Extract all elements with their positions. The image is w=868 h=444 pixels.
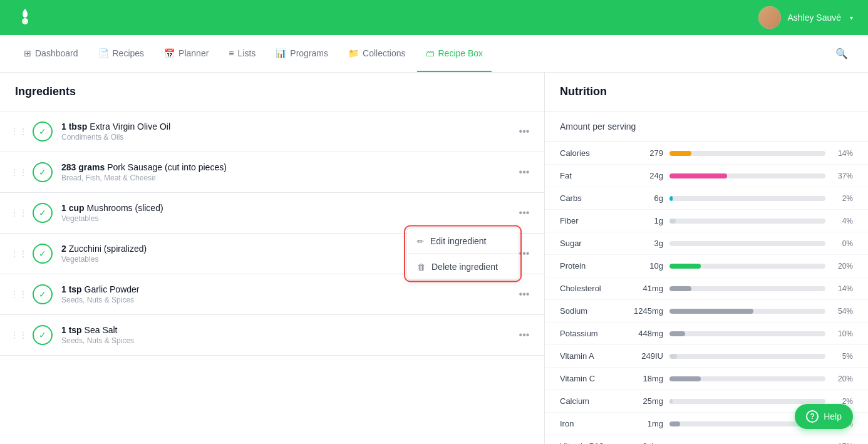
nutrition-bar-container: 17% — [669, 442, 853, 445]
more-options-button[interactable]: ••• — [514, 284, 534, 304]
nutrition-value: 0.4μg — [629, 441, 663, 444]
nav-label-dashboard: Dashboard — [35, 48, 78, 58]
delete-ingredient-label: Delete ingredient — [431, 262, 498, 272]
more-options-button[interactable]: ••• — [514, 121, 534, 142]
nutrition-label: Calcium — [560, 396, 629, 406]
nutrition-label: Sodium — [560, 306, 629, 316]
nutrition-label: Vitamin B12 — [560, 441, 629, 444]
bar-fill — [669, 173, 727, 178]
nav-item-collections[interactable]: 📁 Collections — [339, 35, 414, 72]
nutrition-percent: 0% — [830, 239, 853, 248]
drag-handle-icon[interactable]: ⋮⋮ — [5, 167, 33, 177]
check-circle[interactable]: ✓ — [33, 121, 53, 142]
nav-item-recipe-box[interactable]: 🗃 Recipe Box — [417, 35, 492, 72]
nav-item-recipes[interactable]: 📄 Recipes — [90, 35, 153, 72]
nutrition-row: Vitamin C 18mg 20% — [545, 368, 868, 390]
more-options-button[interactable]: ••• — [514, 203, 534, 223]
drag-handle-icon[interactable]: ⋮⋮ — [5, 289, 33, 299]
search-icon[interactable]: 🔍 — [830, 43, 853, 65]
bar-fill — [669, 219, 676, 224]
bar-fill — [669, 331, 685, 336]
ingredient-text: Pork Sausage (cut into pieces) — [107, 162, 227, 172]
nutrition-value: 41mg — [629, 284, 663, 293]
nutrition-row: Vitamin A 249IU 5% — [545, 345, 868, 368]
ingredient-name: 1 tbsp Extra Virgin Olive Oil — [61, 121, 514, 132]
nutrition-bar-container: 14% — [669, 149, 853, 158]
help-label: Help — [824, 411, 842, 421]
nutrition-value: 25mg — [629, 396, 663, 406]
ingredient-text: Mushrooms (sliced) — [86, 203, 163, 213]
ingredient-row: ⋮⋮ ✓ 1 tsp Sea Salt Seeds, Nuts & Spices… — [0, 315, 544, 356]
nutrition-value: 24g — [629, 171, 663, 180]
nutrition-percent: 4% — [830, 217, 853, 225]
ingredient-amount: 1 cup — [61, 203, 85, 213]
main-content: Ingredients ⋮⋮ ✓ 1 tbsp Extra Virgin Oli… — [0, 73, 868, 444]
edit-ingredient-label: Edit ingredient — [430, 236, 487, 246]
drag-handle-icon[interactable]: ⋮⋮ — [5, 330, 33, 340]
nav-bar: ⊞ Dashboard 📄 Recipes 📅 Planner ≡ Lists … — [0, 35, 868, 73]
bar-fill — [669, 421, 680, 426]
delete-ingredient-button[interactable]: 🗑 Delete ingredient — [407, 254, 519, 279]
check-circle[interactable]: ✓ — [33, 325, 53, 345]
bar-track — [669, 264, 825, 269]
bar-fill — [669, 399, 673, 404]
amount-per-serving: Amount per serving — [545, 111, 868, 142]
nutrition-value: 1g — [629, 216, 663, 225]
ingredient-category: Seeds, Nuts & Spices — [61, 296, 514, 304]
drag-handle-icon[interactable]: ⋮⋮ — [5, 126, 33, 137]
nutrition-row: Calories 279 14% — [545, 142, 868, 165]
nutrition-bar-container: 20% — [669, 374, 853, 383]
more-options-button[interactable]: ••• — [514, 162, 534, 182]
help-icon: ? — [806, 410, 819, 423]
nutrition-percent: 5% — [830, 352, 853, 361]
nutrition-bar-container: 5% — [669, 352, 853, 361]
nutrition-value: 18mg — [629, 374, 663, 383]
nutrition-bar-container: 0% — [669, 239, 853, 248]
nutrition-bar-container: 37% — [669, 172, 853, 180]
ingredient-amount: 1 tsp — [61, 284, 82, 294]
check-circle[interactable]: ✓ — [33, 244, 53, 264]
ingredient-category: Seeds, Nuts & Spices — [61, 336, 514, 345]
ingredient-text: Zucchini (spiralized) — [69, 244, 147, 254]
nutrition-value: 1mg — [629, 419, 663, 428]
user-menu[interactable]: Ashley Sauvé ▾ — [758, 6, 853, 29]
nutrition-label: Sugar — [560, 239, 629, 248]
check-circle[interactable]: ✓ — [33, 284, 53, 304]
ingredient-category: Vegetables — [61, 214, 514, 223]
check-circle[interactable]: ✓ — [33, 203, 53, 223]
check-circle[interactable]: ✓ — [33, 162, 53, 182]
recipes-icon: 📄 — [98, 48, 109, 58]
help-button[interactable]: ? Help — [795, 404, 853, 429]
dashboard-icon: ⊞ — [24, 48, 31, 58]
bar-fill — [669, 309, 753, 314]
nutrition-row: Fat 24g 37% — [545, 165, 868, 187]
bar-track — [669, 196, 825, 201]
nutrition-value: 10g — [629, 261, 663, 271]
ingredient-amount: 1 tbsp — [61, 121, 87, 132]
delete-icon: 🗑 — [417, 262, 425, 271]
edit-ingredient-button[interactable]: ✏ Edit ingredient — [407, 229, 519, 254]
ingredient-category: Bread, Fish, Meat & Cheese — [61, 173, 514, 182]
nutrition-value: 249IU — [629, 351, 663, 361]
nav-label-recipe-box: Recipe Box — [438, 48, 483, 58]
nutrition-header: Nutrition — [545, 73, 868, 111]
logo-icon — [15, 8, 35, 28]
drag-handle-icon[interactable]: ⋮⋮ — [5, 208, 33, 218]
nav-item-programs[interactable]: 📊 Programs — [267, 35, 337, 72]
nutrition-label: Cholesterol — [560, 284, 629, 293]
nutrition-value: 3g — [629, 239, 663, 248]
more-options-button[interactable]: ••• — [514, 325, 534, 345]
nutrition-row: Fiber 1g 4% — [545, 210, 868, 232]
edit-icon: ✏ — [417, 236, 424, 245]
ingredient-row: ⋮⋮ ✓ 283 grams Pork Sausage (cut into pi… — [0, 152, 544, 193]
nav-item-dashboard[interactable]: ⊞ Dashboard — [15, 35, 87, 72]
nutrition-value: 1245mg — [629, 306, 663, 316]
ingredient-text: Extra Virgin Olive Oil — [90, 121, 170, 132]
bar-track — [669, 354, 825, 359]
nutrition-bar-container: 20% — [669, 262, 853, 271]
nav-item-planner[interactable]: 📅 Planner — [155, 35, 217, 72]
nav-item-lists[interactable]: ≡ Lists — [220, 35, 264, 72]
nutrition-label: Calories — [560, 148, 629, 158]
drag-handle-icon[interactable]: ⋮⋮ — [5, 249, 33, 259]
nutrition-rows-container: Calories 279 14% Fat 24g 37% Carbs 6g — [545, 142, 868, 444]
